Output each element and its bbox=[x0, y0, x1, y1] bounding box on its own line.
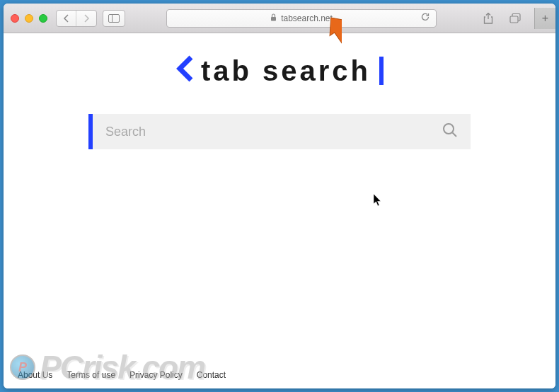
toolbar-right: + bbox=[478, 8, 548, 29]
search-input[interactable] bbox=[105, 125, 442, 139]
chevron-left-icon bbox=[63, 14, 69, 23]
share-button[interactable] bbox=[478, 10, 499, 27]
svg-rect-2 bbox=[271, 17, 276, 21]
search-icon bbox=[442, 122, 458, 138]
minimize-window-button[interactable] bbox=[25, 14, 33, 23]
nav-buttons bbox=[56, 10, 97, 27]
window-controls bbox=[11, 14, 47, 23]
svg-point-4 bbox=[444, 124, 454, 134]
reload-button[interactable] bbox=[420, 12, 430, 24]
sidebar-icon bbox=[108, 14, 120, 23]
browser-toolbar: tabsearch.net + bbox=[4, 4, 555, 33]
page-content: tab search About Us Terms of use Privacy… bbox=[4, 33, 555, 388]
forward-button[interactable] bbox=[76, 11, 96, 26]
lock-icon bbox=[270, 13, 277, 23]
watermark-logo-icon bbox=[10, 354, 35, 380]
back-button[interactable] bbox=[57, 11, 76, 26]
tabs-button[interactable] bbox=[505, 10, 526, 27]
logo-text: tab search bbox=[201, 55, 371, 87]
search-container bbox=[88, 114, 471, 149]
logo-chevron-icon bbox=[175, 54, 195, 87]
mouse-cursor bbox=[374, 194, 382, 209]
tabs-icon bbox=[509, 13, 521, 23]
search-box bbox=[93, 114, 471, 149]
sidebar-toggle-button[interactable] bbox=[103, 10, 125, 27]
site-logo: tab search bbox=[175, 54, 384, 87]
new-tab-button[interactable]: + bbox=[534, 8, 555, 29]
plus-icon: + bbox=[542, 12, 548, 25]
watermark: PCrisk.com bbox=[10, 348, 204, 386]
annotation-arrow bbox=[310, 16, 342, 47]
close-window-button[interactable] bbox=[11, 14, 19, 23]
svg-line-5 bbox=[453, 133, 457, 137]
svg-rect-3 bbox=[510, 16, 518, 23]
maximize-window-button[interactable] bbox=[39, 14, 47, 23]
logo-bar-icon bbox=[379, 57, 384, 85]
watermark-text: PCrisk.com bbox=[40, 348, 204, 386]
address-bar[interactable]: tabsearch.net bbox=[166, 9, 437, 28]
browser-window: tabsearch.net + bbox=[4, 4, 555, 388]
search-button[interactable] bbox=[442, 122, 458, 141]
svg-rect-0 bbox=[109, 14, 120, 22]
reload-icon bbox=[420, 12, 430, 22]
chevron-right-icon bbox=[83, 14, 90, 23]
share-icon bbox=[483, 13, 493, 24]
